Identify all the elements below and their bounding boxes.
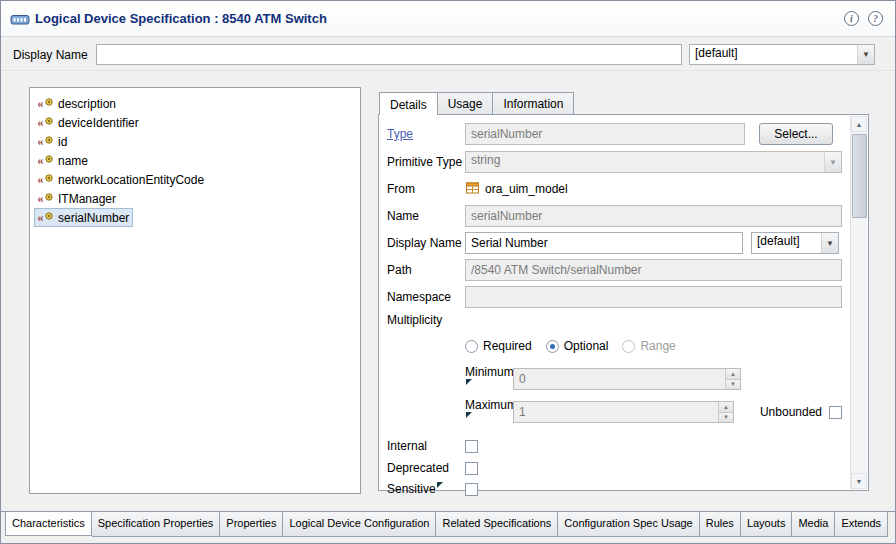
scroll-up-icon[interactable]: ▲ [851, 116, 867, 132]
maximum-label: Maximum [465, 398, 513, 426]
scroll-down-icon[interactable]: ▼ [851, 473, 867, 489]
bottom-tab-properties[interactable]: Properties [220, 512, 283, 537]
tab-details[interactable]: Details [379, 92, 438, 115]
field-locale-combo[interactable]: [default] ▼ [751, 232, 839, 254]
locale-combo-value: [default] [690, 45, 857, 64]
inherited-marker-icon [466, 379, 472, 385]
tab-usage[interactable]: Usage [437, 92, 494, 114]
details-tab-folder: Details Usage Information Type serialNum… [378, 91, 869, 491]
header-actions: i ? [844, 11, 883, 26]
from-row: From ora_uim_model [387, 180, 842, 198]
tree-item-label: id [58, 135, 67, 149]
name-label: Name [387, 209, 465, 223]
characteristic-icon: « [38, 171, 55, 188]
bottom-tab-related-specifications[interactable]: Related Specifications [436, 512, 558, 537]
tree-item-label: ITManager [58, 192, 116, 206]
tab-information[interactable]: Information [492, 92, 574, 114]
range-label: Range [640, 339, 675, 353]
display-name-label: Display Name [13, 48, 88, 62]
characteristic-icon: « [38, 190, 55, 207]
svg-text:«: « [38, 133, 44, 147]
scrollbar-thumb[interactable] [852, 134, 867, 218]
bottom-tab-configuration-spec-usage[interactable]: Configuration Spec Usage [558, 512, 699, 537]
characteristics-tree: « description « deviceIdentifier « id « … [29, 87, 361, 494]
field-display-name-label: Display Name [387, 236, 465, 250]
info-icon[interactable]: i [844, 11, 859, 26]
bottom-tab-media[interactable]: Media [792, 512, 835, 537]
type-field: serialNumber [465, 123, 745, 145]
minimum-value: 0 [514, 369, 725, 389]
internal-row: Internal [387, 439, 842, 453]
locale-combo[interactable]: [default] ▼ [689, 44, 875, 65]
characteristic-icon: « [38, 95, 55, 112]
characteristic-icon: « [38, 209, 55, 226]
bottom-tab-characteristics[interactable]: Characteristics [5, 511, 92, 536]
help-icon[interactable]: ? [868, 11, 883, 26]
tree-item-label: serialNumber [58, 211, 129, 225]
details-panel: Type serialNumber Select... Primitive Ty… [378, 114, 869, 491]
sensitive-label: Sensitive [387, 482, 465, 496]
bottom-tab-logical-device-configuration[interactable]: Logical Device Configuration [283, 512, 436, 537]
chevron-down-icon: ▼ [857, 45, 874, 64]
minimum-spinner: 0 ▲▼ [513, 368, 741, 390]
type-row: Type serialNumber Select... [387, 123, 842, 145]
display-name-input[interactable] [96, 44, 682, 65]
chevron-down-icon: ▼ [821, 233, 838, 253]
maximum-spinner: 1 ▲▼ [513, 401, 734, 423]
page-title: Logical Device Specification : 8540 ATM … [35, 11, 327, 26]
sensitive-row: Sensitive [387, 482, 842, 496]
tree-item-label: deviceIdentifier [58, 116, 139, 130]
tree-item-id[interactable]: « id [34, 132, 71, 151]
multiplicity-row: Multiplicity [387, 312, 842, 328]
bottom-tab-extends[interactable]: Extends [835, 512, 888, 537]
deprecated-row: Deprecated [387, 461, 842, 475]
field-display-name-input[interactable] [465, 232, 743, 254]
tree-item-label: networkLocationEntityCode [58, 173, 204, 187]
minimum-label: Minimum [465, 365, 513, 393]
svg-text:«: « [38, 209, 44, 223]
tree-item-name[interactable]: « name [34, 151, 92, 170]
tree-item-label: name [58, 154, 88, 168]
primitive-type-combo: string ▼ [465, 151, 842, 173]
bottom-tab-rules[interactable]: Rules [700, 512, 741, 537]
required-radio[interactable] [465, 340, 478, 353]
logical-device-icon [10, 12, 30, 29]
spinner-down-icon: ▼ [726, 379, 740, 390]
multiplicity-options-row: Required Optional Range [387, 339, 842, 353]
name-field: serialNumber [465, 205, 842, 227]
multiplicity-label: Multiplicity [387, 313, 465, 327]
display-name-bar: Display Name [default] ▼ [1, 38, 895, 71]
tree-item-ITManager[interactable]: « ITManager [34, 189, 120, 208]
svg-text:«: « [38, 171, 44, 185]
minimum-row: Minimum 0 ▲▼ [387, 365, 842, 393]
tree-item-networkLocationEntityCode[interactable]: « networkLocationEntityCode [34, 170, 208, 189]
optional-label: Optional [564, 339, 609, 353]
bottom-tab-specification-properties[interactable]: Specification Properties [92, 512, 221, 537]
tree-item-description[interactable]: « description [34, 94, 120, 113]
svg-text:«: « [38, 190, 44, 204]
type-link[interactable]: Type [387, 127, 465, 141]
primitive-type-label: Primitive Type [387, 155, 465, 169]
select-button[interactable]: Select... [759, 123, 833, 145]
characteristic-icon: « [38, 152, 55, 169]
sensitive-checkbox[interactable] [465, 483, 478, 496]
tree-item-deviceIdentifier[interactable]: « deviceIdentifier [34, 113, 143, 132]
internal-checkbox[interactable] [465, 440, 478, 453]
spinner-down-icon: ▼ [719, 412, 733, 423]
tree-item-serialNumber[interactable]: « serialNumber [34, 208, 133, 227]
optional-radio[interactable] [546, 340, 559, 353]
bottom-tab-layouts[interactable]: Layouts [741, 512, 793, 537]
field-locale-value: [default] [752, 233, 821, 253]
vertical-scrollbar[interactable]: ▲ ▼ [850, 116, 867, 489]
deprecated-checkbox[interactable] [465, 462, 478, 475]
unbounded-checkbox[interactable] [829, 406, 842, 419]
deprecated-label: Deprecated [387, 461, 465, 475]
path-row: Path /8540 ATM Switch/serialNumber [387, 259, 842, 281]
namespace-field [465, 286, 842, 308]
primitive-type-row: Primitive Type string ▼ [387, 151, 842, 173]
path-field: /8540 ATM Switch/serialNumber [465, 259, 842, 281]
from-label: From [387, 182, 465, 196]
editor-header: Logical Device Specification : 8540 ATM … [1, 1, 895, 37]
namespace-row: Namespace [387, 286, 842, 308]
range-radio [622, 340, 635, 353]
